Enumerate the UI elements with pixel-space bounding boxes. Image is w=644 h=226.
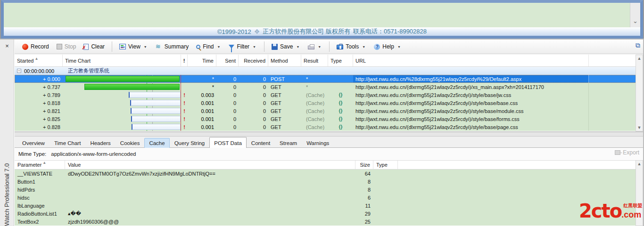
export-icon bbox=[615, 150, 620, 155]
column-header-value[interactable]: Value bbox=[65, 161, 355, 169]
post-data-row[interactable]: Button18 bbox=[15, 178, 644, 186]
panel-vertical-title: Watch Professional 7.0 bbox=[3, 163, 10, 226]
tab-stream[interactable]: Stream bbox=[275, 138, 302, 148]
column-header-size[interactable]: Size bbox=[355, 161, 373, 169]
splitter-handle[interactable] bbox=[15, 132, 644, 137]
requests-table: Started▲ Time Chart ! Time Sent Received… bbox=[15, 55, 644, 132]
save-button[interactable]: Save ▼ bbox=[269, 42, 303, 51]
column-header-url[interactable]: URL bbox=[353, 55, 589, 66]
row-filler bbox=[398, 186, 644, 194]
request-url[interactable]: http://jwxt.nwu.edu.cn/(dlxrmg55j21wlaqv… bbox=[353, 123, 589, 131]
request-received: 0 bbox=[239, 75, 268, 83]
request-row[interactable]: + 0.828!0.00100GET(Cache){}http://jwxt.n… bbox=[15, 123, 644, 131]
request-row[interactable]: + 0.737*00GET*http://jwxt.nwu.edu.cn/(dl… bbox=[15, 83, 644, 91]
column-header-filler bbox=[398, 161, 644, 169]
mime-type-label: Mime Type: bbox=[18, 151, 46, 157]
request-time-chart bbox=[63, 99, 181, 107]
mime-row: Mime Type: application/x-www-form-urlenc… bbox=[15, 148, 644, 160]
request-url[interactable]: http://jwxt.nwu.edu.cn/(dlxrmg55j21wlaqv… bbox=[353, 83, 589, 91]
column-header-parameter[interactable]: Parameter▲ bbox=[15, 161, 65, 169]
tab-cookies[interactable]: Cookies bbox=[116, 138, 145, 148]
column-header-result[interactable]: Result bbox=[301, 55, 328, 66]
collapse-icon[interactable]: − bbox=[17, 69, 21, 73]
column-header-sent[interactable]: Sent bbox=[216, 55, 239, 66]
clear-button[interactable]: Clear bbox=[81, 42, 107, 51]
tab-query-string[interactable]: Query String bbox=[170, 138, 210, 148]
filter-button[interactable]: Filter ▼ bbox=[226, 42, 260, 51]
chevron-down-icon[interactable]: ▼ bbox=[396, 44, 402, 50]
tools-button[interactable]: Tools ▼ bbox=[334, 42, 369, 51]
help-label: Help bbox=[382, 43, 394, 50]
restore-window-icon[interactable]: ⧉ bbox=[636, 41, 640, 49]
tab-post-data[interactable]: POST Data bbox=[209, 137, 247, 148]
scroll-up-icon[interactable]: ▲ bbox=[636, 56, 643, 61]
column-header-type[interactable]: Type bbox=[373, 161, 398, 169]
chevron-down-icon[interactable]: ▼ bbox=[317, 44, 322, 50]
request-time: 0.001 bbox=[188, 99, 216, 107]
column-header-method[interactable]: Method bbox=[268, 55, 301, 66]
param-size: 29 bbox=[355, 210, 373, 218]
toolbar: Record Stop Clear View ▼ ≋ Summary bbox=[15, 40, 644, 54]
post-data-row[interactable]: hidPdrs8 bbox=[15, 186, 644, 194]
post-data-row[interactable]: lbLanguage11 bbox=[15, 202, 644, 210]
warning-icon: ! bbox=[181, 99, 188, 107]
tab-content[interactable]: Content bbox=[247, 138, 275, 148]
chevron-down-icon[interactable]: ▼ bbox=[143, 44, 148, 50]
request-started: + 0.821 bbox=[15, 107, 63, 115]
help-button[interactable]: ? Help ▼ bbox=[371, 42, 405, 51]
record-button[interactable]: Record bbox=[19, 42, 52, 51]
post-data-row[interactable]: __VIEWSTATEdDwyODE2NTM0OTg7Oz6ZmvWn7xzji… bbox=[15, 170, 644, 178]
browser-frame: ⌄ ©1999-2012 ❖ 正方软件股份有限公司 版权所有 联系电话：0571… bbox=[1, 0, 643, 39]
row-filler bbox=[398, 178, 644, 186]
param-value bbox=[65, 186, 355, 194]
request-url[interactable]: http://jwxt.nwu.edu.cn/(dlxrmg55j21wlaqv… bbox=[353, 115, 589, 123]
param-size: 6 bbox=[355, 194, 373, 202]
view-button[interactable]: View ▼ bbox=[116, 42, 151, 51]
summary-button[interactable]: ≋ Summary bbox=[153, 42, 191, 51]
request-time-chart bbox=[63, 75, 181, 83]
page-footer: ©1999-2012 ❖ 正方软件股份有限公司 版权所有 联系电话：0571-8… bbox=[4, 27, 640, 36]
mime-type-value: application/x-www-form-urlencoded bbox=[51, 151, 136, 157]
close-panel-button[interactable]: × bbox=[3, 42, 11, 50]
request-row[interactable]: + 0.000*00POST*http://jwxt.nwu.edu.cn/%2… bbox=[15, 75, 644, 83]
param-name: TextBox2 bbox=[15, 218, 65, 226]
column-header-time-chart[interactable]: Time Chart bbox=[63, 55, 181, 66]
chart-bar bbox=[132, 124, 181, 130]
post-data-row[interactable]: hidsc6 bbox=[15, 194, 644, 202]
chevron-down-icon[interactable]: ▼ bbox=[252, 44, 257, 50]
request-row[interactable]: + 0.789!0.00300GET(Cache){}http://jwxt.n… bbox=[15, 91, 644, 99]
scroll-down-icon[interactable]: ▼ bbox=[636, 125, 643, 130]
post-data-row[interactable]: RadioButtonList1▴��29 bbox=[15, 210, 644, 218]
request-sent: 0 bbox=[216, 99, 239, 107]
scroll-up-icon[interactable]: ▲ bbox=[636, 161, 643, 166]
page-scrollbar[interactable]: ⌄ bbox=[630, 3, 640, 27]
chart-bar bbox=[66, 76, 180, 82]
scroll-down-icon[interactable]: ⌄ bbox=[630, 19, 640, 24]
tab-warnings[interactable]: Warnings bbox=[302, 138, 334, 148]
tab-cache[interactable]: Cache bbox=[144, 138, 169, 148]
column-header-type[interactable]: Type bbox=[328, 55, 353, 66]
request-row[interactable]: + 0.825!0.00100GET(Cache){}http://jwxt.n… bbox=[15, 115, 644, 123]
chevron-down-icon[interactable]: ▼ bbox=[216, 44, 221, 50]
request-url[interactable]: http://jwxt.nwu.edu.cn/%28dlxrmg55j21wla… bbox=[353, 75, 589, 83]
column-header-started[interactable]: Started▲ bbox=[15, 55, 63, 66]
column-header-time[interactable]: Time bbox=[188, 55, 216, 66]
request-url[interactable]: http://jwxt.nwu.edu.cn/(dlxrmg55j21wlaqv… bbox=[353, 107, 589, 115]
request-row[interactable]: + 0.821!0.00100GET(Cache){}http://jwxt.n… bbox=[15, 107, 644, 115]
column-header-warning[interactable]: ! bbox=[181, 55, 188, 66]
chevron-down-icon[interactable]: ▼ bbox=[361, 44, 366, 50]
tab-time-chart[interactable]: Time Chart bbox=[50, 138, 85, 148]
requests-scrollbar[interactable]: ▲ ▼ bbox=[636, 55, 643, 131]
chevron-down-icon[interactable]: ▼ bbox=[295, 44, 300, 50]
request-row[interactable]: + 0.818!0.00100GET(Cache){}http://jwxt.n… bbox=[15, 99, 644, 107]
request-group-row[interactable]: − 00:00:00.000 正方教务管理系统 bbox=[15, 67, 644, 75]
print-button[interactable]: ▼ bbox=[305, 42, 325, 51]
request-url[interactable]: http://jwxt.nwu.edu.cn/(dlxrmg55j21wlaqv… bbox=[353, 99, 589, 107]
tab-headers[interactable]: Headers bbox=[85, 138, 115, 148]
param-size: 64 bbox=[355, 170, 373, 178]
request-url[interactable]: http://jwxt.nwu.edu.cn/(dlxrmg55j21wlaqv… bbox=[353, 91, 589, 99]
tab-overview[interactable]: Overview bbox=[17, 138, 50, 148]
column-header-received[interactable]: Received bbox=[239, 55, 268, 66]
find-button[interactable]: Find ▼ bbox=[193, 42, 224, 51]
post-data-row[interactable]: TextBox2zjzdh19960306@@@25 bbox=[15, 218, 644, 226]
